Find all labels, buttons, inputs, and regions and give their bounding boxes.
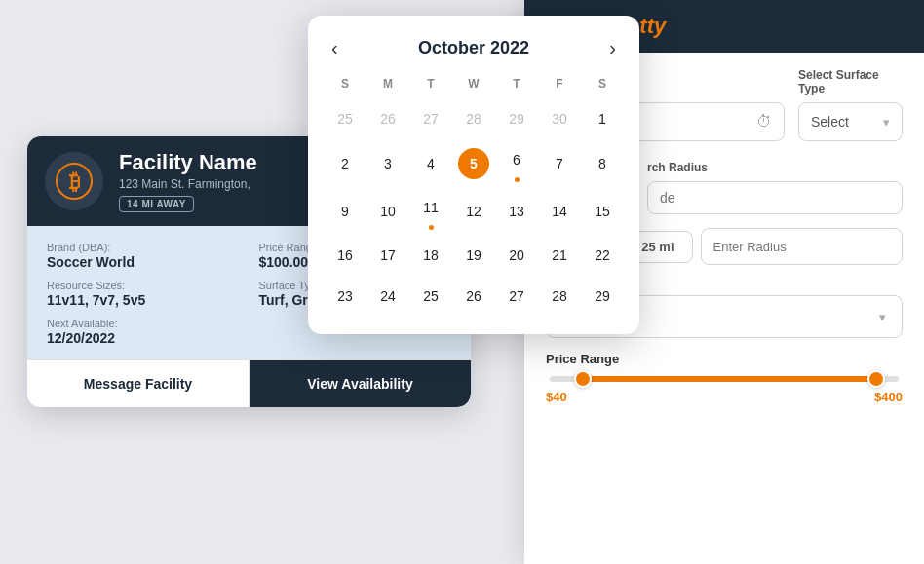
brand-label: Brand (DBA): [47, 242, 240, 253]
facility-card-footer: Message Facility View Availability [27, 359, 471, 407]
clock-icon-right: ⏱ [756, 113, 772, 131]
calendar-weekday: S [581, 77, 624, 98]
calendar-day-cell[interactable]: 4 [409, 139, 452, 187]
chevron-down-icon-state: ▾ [879, 310, 886, 324]
next-info: Next Available: 12/20/2022 [47, 318, 240, 346]
calendar-day-cell[interactable]: 13 [495, 187, 538, 235]
surface-type-select[interactable]: Select ▾ [798, 102, 903, 141]
calendar-day-cell[interactable]: 30 [538, 98, 581, 139]
calendar-day-cell[interactable]: 10 [366, 187, 409, 235]
calendar-day-cell[interactable]: 23 [324, 276, 366, 317]
calendar-weekday: F [538, 77, 581, 98]
calendar-day-cell[interactable]: 29 [495, 98, 538, 139]
calendar-weekday: M [366, 77, 409, 98]
calendar-weekday: T [409, 77, 452, 98]
calendar-weekday: S [324, 77, 366, 98]
price-max-label: $400 [874, 390, 903, 404]
surface-type-value: Select [811, 114, 849, 130]
price-range-label: Price Range [546, 352, 903, 366]
price-min-label: $40 [546, 390, 567, 404]
calendar-day-cell[interactable]: 21 [538, 235, 581, 276]
price-range-track [550, 376, 899, 382]
calendar-day-cell[interactable]: 22 [581, 235, 624, 276]
calendar-day-cell[interactable]: 7 [538, 139, 581, 187]
calendar-day-cell[interactable]: 29 [581, 276, 624, 317]
calendar-title: October 2022 [418, 38, 529, 58]
radius-label: rch Radius [647, 161, 903, 174]
price-range-section: Price Range $40 $400 [546, 352, 903, 404]
size-info: Resource Sizes: 11v11, 7v7, 5v5 [47, 280, 240, 308]
calendar-weekday: W [452, 77, 495, 98]
next-label: Next Available: [47, 318, 240, 329]
calendar-day-cell[interactable]: 19 [452, 235, 495, 276]
calendar-grid: SMTWTFS 25262728293012345678910111213141… [324, 77, 624, 317]
radius-custom-input[interactable] [701, 228, 904, 265]
calendar-day-cell[interactable]: 25 [409, 276, 452, 317]
surface-type-label: Select Surface Type [798, 68, 903, 95]
chevron-down-icon: ▾ [883, 115, 890, 130]
calendar-day-cell[interactable]: 12 [452, 187, 495, 235]
calendar-day-cell[interactable]: 28 [452, 98, 495, 139]
calendar-day-cell[interactable]: 3 [366, 139, 409, 187]
price-range-fill [578, 376, 881, 382]
calendar-day-cell[interactable]: 26 [452, 276, 495, 317]
calendar-day-cell[interactable]: 17 [366, 235, 409, 276]
radius-col: rch Radius [647, 161, 903, 214]
svg-text:₿: ₿ [69, 169, 80, 194]
calendar-day-cell[interactable]: 15 [581, 187, 624, 235]
calendar-day-cell[interactable]: 25 [324, 98, 366, 139]
calendar-day-cell[interactable]: 8 [581, 139, 624, 187]
calendar-day-cell[interactable]: 27 [409, 98, 452, 139]
next-value: 12/20/2022 [47, 330, 240, 346]
view-availability-button[interactable]: View Availability [250, 360, 471, 407]
calendar-day-cell[interactable]: 20 [495, 235, 538, 276]
calendar-weekday: T [495, 77, 538, 98]
calendar-day-cell[interactable]: 24 [366, 276, 409, 317]
price-labels: $40 $400 [546, 390, 903, 404]
distance-badge: 14 MI AWAY [119, 196, 194, 212]
surface-type-col: Select Surface Type Select ▾ [798, 68, 903, 141]
calendar-day-cell[interactable]: 27 [495, 276, 538, 317]
calendar-day-cell[interactable]: 5 [452, 139, 495, 187]
calendar-day-cell[interactable]: 14 [538, 187, 581, 235]
message-facility-button[interactable]: Message Facility [27, 360, 250, 407]
zip-input[interactable] [647, 181, 903, 214]
size-value: 11v11, 7v7, 5v5 [47, 292, 240, 308]
calendar-day-cell[interactable]: 11 [409, 187, 452, 235]
brand-info: Brand (DBA): Soccer World [47, 242, 240, 270]
calendar-header: ‹ October 2022 › [324, 35, 624, 61]
calendar-day-cell[interactable]: 6 [495, 139, 538, 187]
price-min-thumb[interactable] [574, 370, 592, 388]
calendar-popup: ‹ October 2022 › SMTWTFS 252627282930123… [308, 16, 639, 334]
calendar-day-cell[interactable]: 9 [324, 187, 366, 235]
facility-logo: ₿ [45, 152, 103, 210]
calendar-day-cell[interactable]: 2 [324, 139, 366, 187]
calendar-day-cell[interactable]: 26 [366, 98, 409, 139]
calendar-prev-button[interactable]: ‹ [324, 35, 346, 61]
calendar-day-cell[interactable]: 18 [409, 235, 452, 276]
calendar-next-button[interactable]: › [601, 35, 624, 61]
calendar-day-cell[interactable]: 16 [324, 235, 366, 276]
size-label: Resource Sizes: [47, 280, 240, 291]
calendar-day-cell[interactable]: 1 [581, 98, 624, 139]
calendar-day-cell[interactable]: 28 [538, 276, 581, 317]
brand-value: Soccer World [47, 254, 240, 270]
price-max-thumb[interactable] [867, 370, 885, 388]
